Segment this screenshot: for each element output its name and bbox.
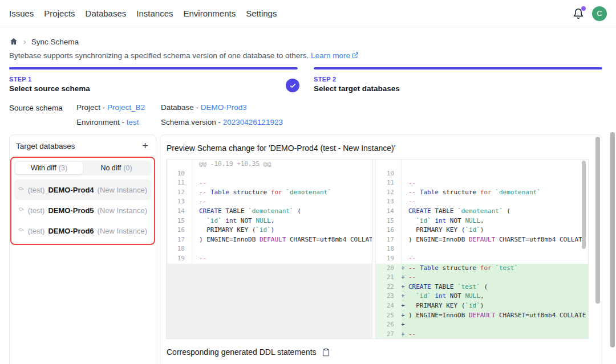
diff-line: 11-- — [167, 178, 372, 188]
tab-with-diff-label: With diff — [31, 164, 56, 172]
preview-title: Preview Schema change for 'DEMO-Prod4 (t… — [167, 144, 596, 153]
environment-link[interactable]: test — [127, 118, 139, 126]
step-1-title: Select source schema — [9, 84, 298, 93]
db-item-demo-prod6[interactable]: (test) DEMO-Prod6 (New Instance) — [14, 220, 151, 241]
add-target-database-button[interactable]: + — [141, 141, 149, 151]
tab-with-diff[interactable]: With diff (3) — [15, 162, 83, 174]
project-key: Project - — [76, 103, 107, 112]
step-2-label: STEP 2 — [314, 76, 602, 83]
diff-line: 16 PRIMARY KEY (`id`) — [167, 226, 372, 235]
diff-line: 27+-- — [376, 330, 588, 338]
db-item-demo-prod5[interactable]: (test) DEMO-Prod5 (New Instance) — [14, 200, 151, 220]
clipboard-icon — [322, 348, 330, 357]
nav-item-instances[interactable]: Instances — [136, 9, 173, 18]
breadcrumb-chevron-icon: › — [23, 37, 26, 46]
db-suffix: (New Instance) — [98, 227, 147, 235]
step-1-label: STEP 1 — [9, 76, 298, 83]
diff-line: 20+-- Table structure for `test` — [376, 264, 588, 273]
step-indicator: STEP 1 Select source schema STEP 2 Selec… — [9, 67, 602, 93]
source-schema-summary: Source schema Project - Project_B2 Datab… — [9, 103, 607, 126]
tab-no-diff[interactable]: No diff (0) — [83, 162, 150, 174]
database-key: Database - — [161, 103, 201, 112]
diff-line: 19-- — [376, 254, 588, 264]
mysql-icon — [18, 206, 25, 215]
nav-item-databases[interactable]: Databases — [86, 9, 127, 18]
diff-line: 15 `id` int NOT NULL, — [167, 216, 372, 226]
page-scrollbar[interactable] — [610, 132, 615, 347]
diff-line: 12-- Table structure for `demotenant` — [376, 188, 588, 198]
mysql-icon — [18, 226, 25, 235]
copy-ddl-button[interactable] — [322, 348, 330, 357]
notification-bell-icon[interactable] — [573, 8, 584, 19]
content-scrollbar[interactable] — [595, 137, 600, 304]
nav-right: C — [573, 6, 607, 21]
db-suffix: (New Instance) — [98, 206, 147, 215]
diff-line: 10 — [376, 169, 588, 179]
target-database-list: (test) DEMO-Prod4 (New Instance) (test) … — [14, 179, 151, 241]
project-link[interactable]: Project_B2 — [107, 103, 145, 112]
db-env: (test) — [28, 227, 45, 235]
preview-panel: Preview Schema change for 'DEMO-Prod4 (t… — [160, 134, 602, 364]
environment-key: Environment - — [76, 118, 127, 126]
step-2: STEP 2 Select target databases — [314, 67, 602, 93]
step-1: STEP 1 Select source schema — [9, 67, 298, 93]
diff-line: 18 — [376, 244, 588, 254]
home-icon[interactable] — [9, 37, 18, 46]
tab-no-diff-count: (0) — [123, 164, 132, 172]
learn-more-link[interactable]: Learn more — [311, 51, 359, 60]
ddl-statements-title: Corresponding generated DDL statements — [167, 347, 317, 357]
source-schema-version: Schema version - 20230426121923 — [161, 118, 283, 126]
db-suffix: (New Instance) — [98, 186, 147, 194]
diff-pane-original: @@ -10,19 +10,35 @@1011--12-- Table stru… — [167, 159, 372, 338]
diff-sash[interactable] — [372, 159, 376, 338]
breadcrumb-page-title: Sync Schema — [31, 38, 79, 46]
diff-line: 23+ `id` int NOT NULL, — [376, 292, 588, 301]
db-item-demo-prod4[interactable]: (test) DEMO-Prod4 (New Instance) — [14, 179, 151, 200]
diff-line: 16 PRIMARY KEY (`id`) — [376, 226, 588, 235]
diff-line: 17) ENGINE=InnoDB DEFAULT CHARSET=utf8mb… — [376, 235, 588, 245]
notification-dot — [581, 6, 586, 11]
avatar[interactable]: C — [592, 6, 607, 21]
diff-line: 17) ENGINE=InnoDB DEFAULT CHARSET=utf8mb… — [167, 235, 372, 245]
intro-sentence: Bytebase supports synchronizing a specif… — [9, 51, 309, 60]
source-schema-label: Source schema — [9, 103, 76, 126]
learn-more-label: Learn more — [311, 51, 350, 60]
source-environment: Environment - test — [76, 118, 161, 126]
diff-line: @@ -10,19 +10,35 @@ — [167, 159, 372, 169]
diff-line: 11-- — [376, 178, 588, 188]
diff-line: 15 `id` int NOT NULL, — [376, 216, 588, 226]
tab-with-diff-count: (3) — [59, 164, 67, 172]
db-name: DEMO-Prod5 — [48, 206, 94, 215]
diff-line: 13-- — [167, 197, 372, 207]
diff-line: 22+CREATE TABLE `test` ( — [376, 283, 588, 292]
diff-line — [376, 159, 588, 169]
schema-version-link[interactable]: 20230426121923 — [223, 118, 283, 126]
target-databases-highlight-box: With diff (3) No diff (0) (test) DEMO-Pr… — [10, 157, 155, 245]
database-link[interactable]: DEMO-Prod3 — [201, 103, 247, 112]
nav-item-projects[interactable]: Projects — [44, 9, 75, 18]
diff-scrollbar-thumb[interactable] — [582, 161, 586, 249]
tab-no-diff-label: No diff — [100, 164, 121, 172]
diff-line: 14CREATE TABLE `demotenant` ( — [167, 207, 372, 216]
diff-line: 24+ PRIMARY KEY (`id`) — [376, 301, 588, 311]
schema-diff-editor[interactable]: @@ -10,19 +10,35 @@1011--12-- Table stru… — [166, 159, 589, 339]
diff-line: 18 — [167, 244, 372, 254]
breadcrumb: › Sync Schema — [9, 37, 607, 46]
step-2-progress-bar — [314, 67, 602, 69]
db-name: DEMO-Prod4 — [48, 186, 94, 194]
nav-item-environments[interactable]: Environments — [183, 9, 236, 18]
diff-line: 19-- — [167, 254, 372, 264]
nav-item-settings[interactable]: Settings — [246, 9, 277, 18]
source-project: Project - Project_B2 — [76, 103, 161, 112]
target-databases-title: Target databases — [16, 142, 75, 150]
nav-item-issues[interactable]: Issues — [9, 9, 34, 18]
diff-line: 12-- Table structure for `demotenant` — [167, 188, 372, 198]
step-1-progress-bar — [9, 67, 298, 69]
schema-version-key: Schema version - — [161, 118, 223, 126]
target-databases-panel: Target databases + With diff (3) No diff… — [9, 134, 156, 364]
diff-line: 21+-- — [376, 273, 588, 283]
mysql-icon — [18, 185, 25, 194]
intro-text: Bytebase supports synchronizing a specif… — [9, 51, 607, 60]
diff-line: 25+) ENGINE=InnoDB DEFAULT CHARSET=utf8m… — [376, 311, 588, 321]
db-name: DEMO-Prod6 — [48, 227, 94, 235]
